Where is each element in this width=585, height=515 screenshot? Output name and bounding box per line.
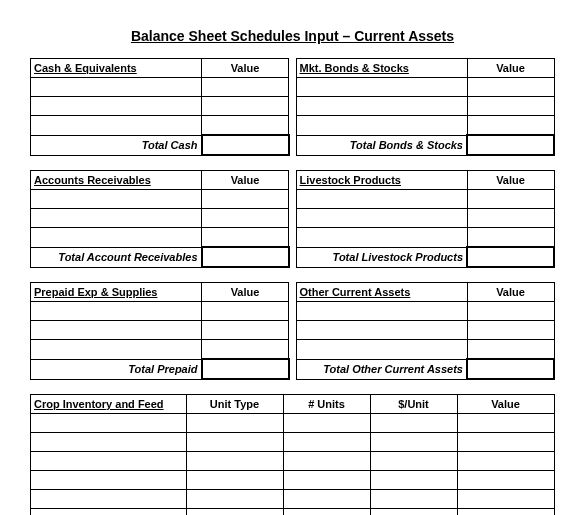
cash-value[interactable] [202, 78, 289, 97]
crop-row[interactable] [31, 490, 187, 509]
livestock-value[interactable] [467, 228, 554, 248]
ar-row[interactable] [31, 228, 202, 248]
header-crop: Crop Inventory and Feed [31, 395, 187, 414]
ar-row[interactable] [31, 209, 202, 228]
crop-units[interactable] [283, 414, 370, 433]
header-value: Value [202, 59, 289, 78]
total-livestock-label: Total Livestock Products [296, 247, 467, 267]
total-prepaid-value[interactable] [202, 359, 289, 379]
header-cash: Cash & Equivalents [31, 59, 202, 78]
header-value: Value [467, 59, 554, 78]
other-row[interactable] [296, 321, 467, 340]
header-crop-value: Value [457, 395, 554, 414]
crop-price[interactable] [370, 414, 457, 433]
crop-value[interactable] [457, 509, 554, 516]
cash-row[interactable] [31, 78, 202, 97]
prepaid-value[interactable] [202, 302, 289, 321]
prepaid-row[interactable] [31, 302, 202, 321]
crop-row[interactable] [31, 452, 187, 471]
header-unit-type: Unit Type [186, 395, 283, 414]
header-mkt: Mkt. Bonds & Stocks [296, 59, 467, 78]
mkt-row[interactable] [296, 97, 467, 116]
page-title: Balance Sheet Schedules Input – Current … [30, 28, 555, 44]
block-crop: Crop Inventory and Feed Unit Type # Unit… [30, 394, 555, 515]
header-units: # Units [283, 395, 370, 414]
total-mkt-label: Total Bonds & Stocks [296, 135, 467, 155]
livestock-row[interactable] [296, 209, 467, 228]
cash-row[interactable] [31, 116, 202, 136]
crop-price[interactable] [370, 509, 457, 516]
total-other-label: Total Other Current Assets [296, 359, 467, 379]
prepaid-value[interactable] [202, 321, 289, 340]
other-value[interactable] [467, 340, 554, 360]
row-cash-mkt: Cash & Equivalents Value Total Cash Mkt.… [30, 58, 555, 156]
crop-value[interactable] [457, 414, 554, 433]
mkt-value[interactable] [467, 116, 554, 136]
cash-value[interactable] [202, 116, 289, 136]
total-mkt-value[interactable] [467, 135, 554, 155]
block-other: Other Current Assets Value Total Other C… [296, 282, 556, 380]
block-ar: Accounts Receivables Value Total Account… [30, 170, 290, 268]
crop-unit-type[interactable] [186, 490, 283, 509]
crop-value[interactable] [457, 452, 554, 471]
crop-price[interactable] [370, 490, 457, 509]
crop-units[interactable] [283, 452, 370, 471]
livestock-row[interactable] [296, 228, 467, 248]
total-prepaid-label: Total Prepaid [31, 359, 202, 379]
crop-unit-type[interactable] [186, 433, 283, 452]
mkt-row[interactable] [296, 116, 467, 136]
crop-value[interactable] [457, 471, 554, 490]
ar-value[interactable] [202, 190, 289, 209]
header-value: Value [202, 171, 289, 190]
other-row[interactable] [296, 302, 467, 321]
crop-unit-type[interactable] [186, 509, 283, 516]
header-other: Other Current Assets [296, 283, 467, 302]
crop-value[interactable] [457, 433, 554, 452]
row-prepaid-other: Prepaid Exp & Supplies Value Total Prepa… [30, 282, 555, 380]
crop-units[interactable] [283, 509, 370, 516]
crop-value[interactable] [457, 490, 554, 509]
crop-row[interactable] [31, 509, 187, 516]
crop-price[interactable] [370, 433, 457, 452]
other-value[interactable] [467, 321, 554, 340]
cash-row[interactable] [31, 97, 202, 116]
prepaid-value[interactable] [202, 340, 289, 360]
header-price: $/Unit [370, 395, 457, 414]
mkt-value[interactable] [467, 78, 554, 97]
ar-row[interactable] [31, 190, 202, 209]
livestock-value[interactable] [467, 190, 554, 209]
total-livestock-value[interactable] [467, 247, 554, 267]
crop-unit-type[interactable] [186, 452, 283, 471]
other-value[interactable] [467, 302, 554, 321]
header-value: Value [467, 283, 554, 302]
crop-units[interactable] [283, 471, 370, 490]
header-value: Value [202, 283, 289, 302]
prepaid-row[interactable] [31, 340, 202, 360]
crop-units[interactable] [283, 490, 370, 509]
total-cash-label: Total Cash [31, 135, 202, 155]
crop-unit-type[interactable] [186, 471, 283, 490]
header-ar: Accounts Receivables [31, 171, 202, 190]
crop-row[interactable] [31, 433, 187, 452]
block-livestock: Livestock Products Value Total Livestock… [296, 170, 556, 268]
crop-row[interactable] [31, 471, 187, 490]
mkt-value[interactable] [467, 97, 554, 116]
mkt-row[interactable] [296, 78, 467, 97]
block-prepaid: Prepaid Exp & Supplies Value Total Prepa… [30, 282, 290, 380]
livestock-row[interactable] [296, 190, 467, 209]
crop-unit-type[interactable] [186, 414, 283, 433]
cash-value[interactable] [202, 97, 289, 116]
crop-row[interactable] [31, 414, 187, 433]
ar-value[interactable] [202, 209, 289, 228]
block-mkt: Mkt. Bonds & Stocks Value Total Bonds & … [296, 58, 556, 156]
total-other-value[interactable] [467, 359, 554, 379]
crop-price[interactable] [370, 452, 457, 471]
total-ar-value[interactable] [202, 247, 289, 267]
livestock-value[interactable] [467, 209, 554, 228]
prepaid-row[interactable] [31, 321, 202, 340]
crop-price[interactable] [370, 471, 457, 490]
crop-units[interactable] [283, 433, 370, 452]
total-cash-value[interactable] [202, 135, 289, 155]
ar-value[interactable] [202, 228, 289, 248]
other-row[interactable] [296, 340, 467, 360]
